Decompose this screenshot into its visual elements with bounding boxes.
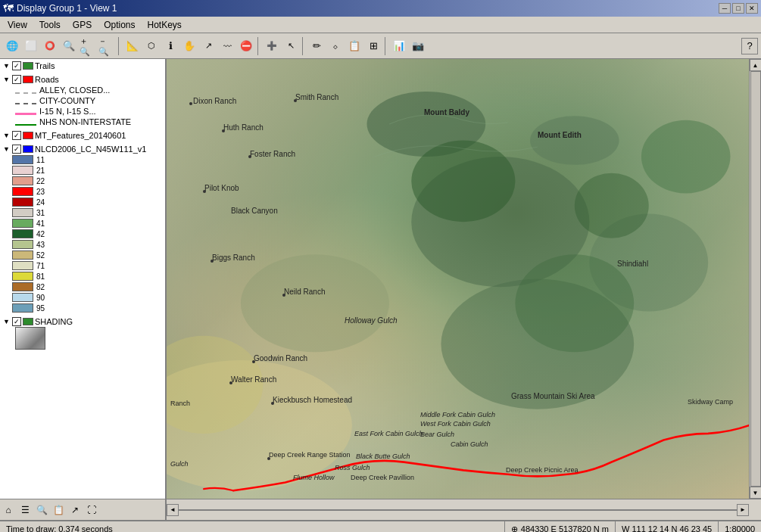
corner-box (749, 499, 761, 520)
dot-walter (229, 381, 232, 384)
trails-layer-header[interactable]: ▼ ✓ Trails (3, 61, 162, 71)
nlcd-checkbox[interactable]: ✓ (12, 145, 21, 154)
mt-features-checkbox[interactable]: ✓ (12, 131, 21, 140)
query-icon[interactable]: 🔍 (60, 37, 78, 55)
minimize-button[interactable]: ─ (719, 3, 731, 14)
road-child-1: CITY-COUNTY (15, 95, 162, 106)
measure-icon[interactable]: 📐 (123, 37, 142, 55)
mt-features-header[interactable]: ▼ ✓ MT_Features_20140601 (3, 130, 162, 141)
nlcd-legend-item-23: 23 (9, 186, 162, 197)
nlcd-legend-item-81: 81 (9, 271, 162, 282)
shading-checkbox[interactable]: ✓ (12, 317, 21, 326)
nlcd-legend-item-11: 11 (9, 154, 162, 165)
nlcd-code-42: 42 (36, 230, 51, 238)
roads-layer-header[interactable]: ▼ ✓ Roads (3, 74, 162, 85)
track-icon[interactable]: 〰 (218, 37, 236, 55)
coordinates-text: 484330 E 5137820 N m (521, 524, 609, 532)
trails-expand-icon[interactable]: ▼ (3, 62, 11, 70)
mini-home-btn[interactable]: ⌂ (0, 502, 17, 518)
menu-tools[interactable]: Tools (33, 18, 67, 32)
menu-hotkeys[interactable]: HotKeys (142, 18, 188, 32)
nlcd-swatch-11 (12, 155, 33, 164)
svg-point-3 (411, 157, 589, 287)
pan-icon[interactable]: ✋ (180, 37, 198, 55)
map-area[interactable]: Dixon Ranch Smith Ranch Huth Ranch Foste… (167, 59, 749, 499)
svg-point-12 (515, 254, 634, 352)
scroll-down-arrow[interactable]: ▼ (750, 487, 762, 499)
road-child-2: I-15 N, I-15 S... (15, 106, 162, 117)
menu-view[interactable]: View (2, 18, 33, 32)
shading-thumbnail (15, 327, 45, 350)
add-point-icon[interactable]: ➕ (263, 37, 281, 55)
mt-features-expand-icon[interactable]: ▼ (3, 132, 11, 139)
zoom-in-icon[interactable]: ＋🔍 (79, 37, 97, 55)
nlcd-code-95: 95 (36, 304, 51, 313)
dot-biggs (211, 260, 214, 263)
road-label-3: NHS NON-INTERSTATE (39, 117, 131, 126)
stop-icon[interactable]: ⛔ (237, 37, 255, 55)
mini-list-btn[interactable]: ☰ (17, 502, 33, 518)
lasso-icon[interactable]: ⭕ (41, 37, 59, 55)
mini-expand-btn[interactable]: ⛶ (83, 502, 100, 518)
menu-gps[interactable]: GPS (67, 18, 98, 32)
arrow-icon[interactable]: ↗ (199, 37, 217, 55)
table-icon[interactable]: ⊞ (364, 37, 382, 55)
nlcd-legend-item-82: 82 (9, 282, 162, 292)
trails-label: Trails (35, 61, 55, 70)
nlcd-swatch-24 (12, 198, 33, 207)
scroll-up-arrow[interactable]: ▲ (750, 59, 762, 71)
nlcd-code-43: 43 (36, 241, 51, 249)
nlcd-swatch-52 (12, 250, 33, 260)
restore-button[interactable]: □ (732, 3, 744, 14)
h-scroll-right[interactable]: ► (737, 504, 749, 516)
identify-icon[interactable]: ℹ (161, 37, 179, 55)
roads-checkbox[interactable]: ✓ (12, 75, 21, 84)
nlcd-legend-item-42: 42 (9, 229, 162, 239)
zoom-out-icon[interactable]: －🔍 (98, 37, 116, 55)
statusbar: Time to draw: 0.374 seconds ⊕ 484330 E 5… (0, 520, 761, 532)
nlcd-swatch-22 (12, 176, 33, 185)
nlcd-header[interactable]: ▼ ✓ NLCD2006_LC_N45W111_v1 (3, 144, 162, 154)
select-rect-icon[interactable]: ⬜ (22, 37, 40, 55)
roads-layer-group: ▼ ✓ Roads ALLEY, CLOSED... CITY-COUNTY I… (0, 73, 165, 129)
label-ross-gulch: Ross Gulch (335, 464, 370, 471)
nlcd-code-52: 52 (36, 251, 51, 260)
roads-label: Roads (35, 75, 59, 84)
nlcd-legend-item-90: 90 (9, 292, 162, 303)
dot-pilot (203, 190, 206, 193)
h-scroll-area: ◄ ► (167, 499, 749, 520)
mini-search-btn[interactable]: 🔍 (33, 502, 50, 518)
chart-icon[interactable]: 📊 (390, 37, 408, 55)
cursor-icon[interactable]: ↖ (282, 37, 300, 55)
shading-header[interactable]: ▼ ✓ SHADING (3, 316, 162, 327)
label-huth-ranch: Huth Ranch (223, 123, 264, 132)
trails-layer-group: ▼ ✓ Trails (0, 59, 165, 73)
toolbar-sep-1 (118, 37, 121, 55)
close-button[interactable]: ✕ (746, 3, 758, 14)
dot-goodwin (252, 360, 255, 363)
nlcd-swatch-23 (12, 187, 33, 196)
polygon-icon[interactable]: ⬡ (142, 37, 161, 55)
menu-options[interactable]: Options (98, 18, 141, 32)
globe-icon[interactable]: 🌐 (3, 37, 21, 55)
nlcd-expand-icon[interactable]: ▼ (3, 145, 11, 153)
mini-route-btn[interactable]: ↗ (67, 502, 83, 518)
h-scroll-left[interactable]: ◄ (167, 504, 179, 516)
h-scroll-track[interactable] (179, 509, 737, 511)
edit-icon[interactable]: ✏ (307, 37, 326, 55)
camera-icon[interactable]: 📷 (409, 37, 427, 55)
trails-checkbox[interactable]: ✓ (12, 61, 21, 70)
label-flume-hollow: Flume Hollow (293, 474, 335, 481)
roads-expand-icon[interactable]: ▼ (3, 76, 11, 83)
alley-swatch (15, 86, 36, 94)
node-edit-icon[interactable]: ⬦ (326, 37, 345, 55)
help-button[interactable]: ? (741, 38, 758, 54)
label-black-butte-gulch: Black Butte Gulch (356, 453, 410, 460)
nlcd-code-82: 82 (36, 283, 51, 291)
mini-layers-btn[interactable]: 📋 (50, 502, 67, 518)
layer-icon[interactable]: 📋 (345, 37, 363, 55)
right-scroll-track[interactable] (750, 71, 761, 487)
shading-expand-icon[interactable]: ▼ (3, 318, 11, 325)
left-panel-scroll: ⌂ ☰ 🔍 📋 ↗ ⛶ (0, 499, 167, 520)
nlcd-code-31: 31 (36, 209, 51, 217)
